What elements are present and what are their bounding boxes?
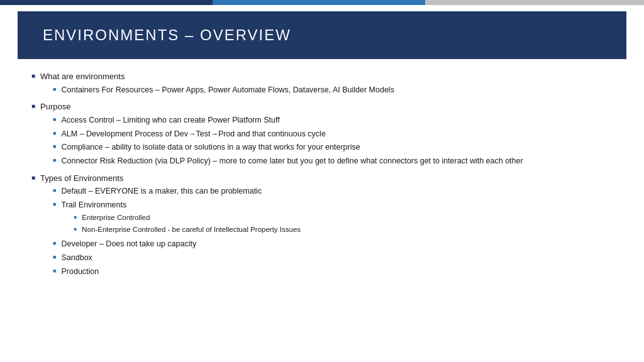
main-list: ■ What are environments ■ Containers For…	[31, 70, 619, 280]
top-bar-gray	[425, 0, 644, 5]
item-container: Purpose ■ Access Control – Limiting who …	[40, 101, 619, 169]
bullet-icon: ■	[53, 130, 56, 136]
slide-content: ■ What are environments ■ Containers For…	[0, 59, 644, 289]
list-item: ■ Default – EVERYONE is a maker, this ca…	[53, 185, 619, 197]
bullet-icon: ■	[53, 116, 56, 123]
bullet-icon: ■	[31, 174, 35, 181]
bullet-icon: ■	[74, 214, 77, 220]
list-item: ■ Developer – Does not take up capacity	[53, 238, 619, 250]
list-item: ■ Sandbox	[53, 252, 619, 264]
types-of-environments-text: Types of Environments	[40, 173, 123, 183]
item-text: Trail Environments	[61, 200, 126, 209]
bullet-icon: ■	[74, 226, 77, 232]
list-item: ■ Enterprise Controlled	[74, 212, 619, 223]
item-text: Containers For Resources – Power Apps, P…	[61, 84, 394, 96]
list-item: ■ Types of Environments ■ Default – EVER…	[31, 172, 619, 280]
bullet-icon: ■	[31, 102, 35, 109]
list-item: ■ Non-Enterprise Controlled - be careful…	[74, 224, 619, 235]
item-text: Connector Risk Reduction (via DLP Policy…	[61, 155, 523, 167]
item-text: What are environments	[40, 72, 125, 81]
bullet-icon: ■	[53, 187, 56, 194]
list-item: ■ ALM – Development Process of Dev→Test→…	[53, 128, 619, 140]
item-text: ALM – Development Process of Dev→Test→Pr…	[61, 128, 325, 140]
item-text: Production	[61, 266, 99, 278]
list-item: ■ Containers For Resources – Power Apps,…	[53, 84, 619, 96]
bullet-icon: ■	[53, 157, 56, 163]
item-text: Access Control – Limiting who can create…	[61, 114, 279, 126]
bullet-icon: ■	[53, 86, 56, 92]
sub-list-level3: ■ Enterprise Controlled ■ Non-Enterprise…	[74, 212, 619, 236]
bullet-icon: ■	[53, 240, 56, 246]
item-container: Types of Environments ■ Default – EVERYO…	[40, 172, 619, 280]
bullet-icon: ■	[53, 254, 56, 260]
item-text: Developer – Does not take up capacity	[61, 238, 196, 250]
item-text: Enterprise Controlled	[82, 212, 150, 223]
top-bar-medium-blue	[213, 0, 425, 5]
bullet-icon: ■	[53, 143, 56, 150]
slide: ENVIRONMENTS – OVERVIEW ■ What are envir…	[0, 0, 644, 362]
list-item: ■ What are environments ■ Containers For…	[31, 70, 619, 97]
bullet-icon: ■	[53, 201, 56, 207]
top-color-bar	[0, 0, 644, 5]
item-text: Non-Enterprise Controlled - be careful o…	[82, 224, 301, 235]
list-item: ■ Production	[53, 266, 619, 278]
top-bar-dark-blue	[0, 0, 213, 5]
item-text: Purpose	[40, 102, 70, 111]
list-item: ■ Connector Risk Reduction (via DLP Poli…	[53, 155, 619, 167]
item-text: Compliance – ability to isolate data or …	[61, 141, 360, 153]
sub-list: ■ Containers For Resources – Power Apps,…	[53, 84, 619, 96]
bullet-icon: ■	[31, 72, 35, 79]
item-container: What are environments ■ Containers For R…	[40, 70, 619, 97]
item-text: Sandbox	[61, 252, 92, 264]
item-text: Default – EVERYONE is a maker, this can …	[61, 185, 262, 197]
sub-list: ■ Access Control – Limiting who can crea…	[53, 114, 619, 167]
list-item: ■ Compliance – ability to isolate data o…	[53, 141, 619, 153]
slide-title: ENVIRONMENTS – OVERVIEW	[43, 26, 601, 44]
list-item: ■ Access Control – Limiting who can crea…	[53, 114, 619, 126]
item-container: Trail Environments ■ Enterprise Controll…	[61, 199, 619, 236]
sub-list: ■ Default – EVERYONE is a maker, this ca…	[53, 185, 619, 277]
bullet-icon: ■	[53, 268, 56, 274]
slide-header: ENVIRONMENTS – OVERVIEW	[18, 11, 626, 59]
list-item: ■ Trail Environments ■ Enterprise Contro…	[53, 199, 619, 236]
list-item: ■ Purpose ■ Access Control – Limiting wh…	[31, 101, 619, 169]
